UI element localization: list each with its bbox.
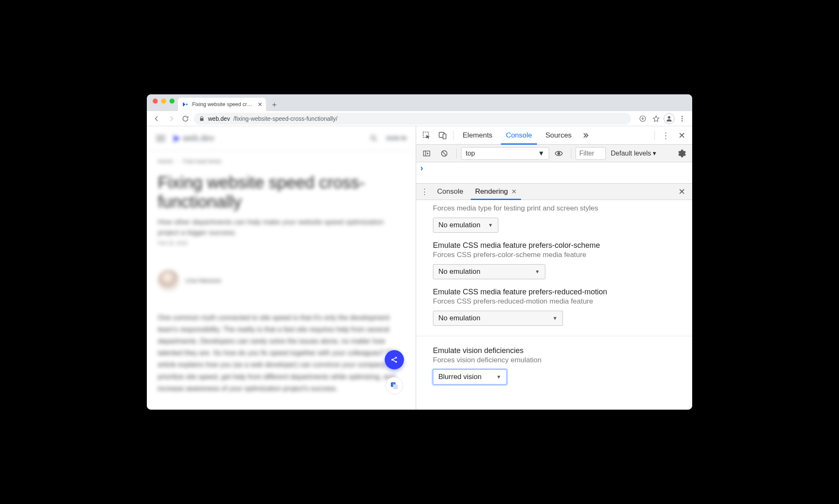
svg-rect-15	[443, 134, 446, 139]
reduced-motion-title: Emulate CSS media feature prefers-reduce…	[433, 288, 675, 296]
breadcrumb: Home › Fast load times	[158, 158, 405, 164]
tab-sources[interactable]: Sources	[539, 126, 578, 144]
drawer-close-icon[interactable]: ✕	[673, 187, 690, 197]
nav-back-button[interactable]	[151, 113, 163, 125]
nav-forward-button[interactable]	[165, 113, 177, 125]
signin-link[interactable]: SIGN IN	[386, 135, 406, 141]
svg-point-0	[186, 104, 188, 105]
toolbar-right-icons	[633, 113, 688, 125]
inspect-element-icon[interactable]	[419, 127, 435, 143]
publish-date: Feb 28, 2020	[158, 240, 405, 246]
window-minimize-icon[interactable]	[161, 99, 166, 104]
live-expression-icon[interactable]	[551, 145, 567, 161]
author-byline: Lina Hansson	[158, 270, 405, 291]
window-zoom-icon[interactable]	[169, 99, 175, 104]
chevron-down-icon: ▼	[535, 269, 540, 275]
chevron-down-icon: ▼	[552, 315, 558, 321]
window-traffic-lights	[151, 94, 178, 111]
translate-fab-button[interactable]: 文	[386, 377, 403, 395]
vision-deficiency-select[interactable]: Blurred vision ▼	[433, 369, 507, 384]
rendering-panel: Forces media type for testing print and …	[416, 200, 692, 410]
color-scheme-select[interactable]: No emulation ▼	[433, 264, 545, 279]
log-levels-select[interactable]: Default levels ▾	[607, 147, 660, 160]
workspace: ➤ web.dev SIGN IN Home › Fast load times	[147, 126, 692, 410]
bookmark-star-icon[interactable]	[650, 113, 662, 125]
execution-context-select[interactable]: top ▼	[461, 147, 549, 160]
execution-context-value: top	[466, 150, 475, 157]
share-fab-button[interactable]	[385, 350, 404, 369]
devtools-panel: Elements Console Sources ⋮ ✕	[416, 126, 692, 410]
reduced-motion-desc: Forces CSS prefers-reduced-motion media …	[433, 297, 675, 306]
profile-avatar-icon[interactable]	[664, 113, 675, 124]
page-title: Fixing website speed cross-functionally	[158, 173, 405, 211]
section-reduced-motion: Emulate CSS media feature prefers-reduce…	[416, 285, 692, 332]
device-toolbar-icon[interactable]	[435, 127, 451, 143]
drawer-menu-icon[interactable]: ⋮	[418, 187, 431, 196]
devtools-tabs: Elements Console Sources	[456, 126, 595, 144]
tab-favicon-icon	[182, 101, 189, 108]
reduced-motion-value: No emulation	[438, 314, 480, 322]
address-bar[interactable]: web.dev/fixing-website-speed-cross-funct…	[194, 113, 631, 125]
section-color-scheme: Emulate CSS media feature prefers-color-…	[416, 239, 692, 285]
drawer-tab-close-icon[interactable]: ✕	[511, 188, 517, 195]
console-toolbar: top ▼ Default levels ▾	[416, 145, 692, 162]
crumb-home[interactable]: Home	[158, 158, 173, 164]
svg-point-5	[682, 120, 683, 121]
url-host: web.dev	[208, 115, 230, 122]
reduced-motion-select[interactable]: No emulation ▼	[433, 311, 563, 326]
console-filter-input[interactable]	[576, 147, 606, 160]
color-scheme-title: Emulate CSS media feature prefers-color-…	[433, 241, 675, 250]
tab-close-icon[interactable]: ✕	[258, 101, 263, 108]
menu-icon[interactable]	[156, 135, 165, 141]
svg-point-3	[682, 116, 683, 117]
url-path: /fixing-website-speed-cross-functionally…	[233, 115, 337, 122]
media-type-description: Forces media type for testing print and …	[433, 204, 675, 213]
drawer-tabstrip: ⋮ Console Rendering ✕ ✕	[416, 183, 692, 200]
vision-value: Blurred vision	[438, 373, 482, 381]
media-type-value: No emulation	[438, 221, 480, 229]
drawer-tab-console-label: Console	[437, 187, 463, 196]
tab-overflow-icon[interactable]	[578, 126, 595, 144]
crumb-section[interactable]: Fast load times	[183, 158, 222, 164]
vision-desc: Forces vision deficiency emulation	[433, 356, 675, 364]
site-brand[interactable]: ➤ web.dev	[172, 132, 214, 144]
browser-toolbar: web.dev/fixing-website-speed-cross-funct…	[147, 111, 692, 126]
tab-console[interactable]: Console	[499, 126, 539, 144]
browser-tab[interactable]: Fixing website speed cross-fun ✕	[178, 98, 266, 111]
browser-tab-strip: Fixing website speed cross-fun ✕ ＋	[147, 94, 692, 111]
site-search-icon[interactable]	[368, 132, 380, 144]
svg-point-19	[558, 152, 560, 154]
site-header: ➤ web.dev SIGN IN	[147, 126, 416, 151]
media-type-select[interactable]: No emulation ▼	[433, 218, 498, 233]
drawer-tab-console[interactable]: Console	[431, 184, 469, 200]
chevron-down-icon: ▼	[488, 222, 493, 228]
devtools-menu-icon[interactable]: ⋮	[657, 130, 674, 140]
devtools-toolbar: Elements Console Sources ⋮ ✕	[416, 126, 692, 145]
chrome-menu-icon[interactable]	[676, 113, 688, 125]
nav-reload-button[interactable]	[180, 113, 191, 125]
color-scheme-desc: Forces CSS prefers-color-scheme media fe…	[433, 251, 675, 259]
console-sidebar-toggle-icon[interactable]	[419, 145, 435, 161]
clear-console-icon[interactable]	[436, 145, 452, 161]
article-body: One common myth connected to site speed …	[158, 312, 401, 394]
svg-point-6	[371, 135, 375, 140]
section-media-type: Forces media type for testing print and …	[416, 202, 692, 239]
color-scheme-value: No emulation	[438, 268, 480, 276]
console-settings-icon[interactable]	[674, 145, 690, 161]
new-tab-button[interactable]: ＋	[268, 99, 280, 110]
window-close-icon[interactable]	[153, 99, 158, 104]
chrome-window: Fixing website speed cross-fun ✕ ＋ web.d…	[147, 94, 692, 410]
install-pwa-icon[interactable]	[637, 113, 649, 125]
devtools-close-icon[interactable]: ✕	[674, 130, 690, 140]
drawer-tab-rendering-label: Rendering	[475, 187, 508, 196]
drawer-tab-rendering[interactable]: Rendering ✕	[469, 184, 522, 200]
page-subtitle: How other departments can help make your…	[158, 217, 393, 238]
chevron-right-icon: ›	[177, 158, 179, 164]
svg-point-2	[668, 116, 670, 119]
console-output[interactable]: ›	[416, 162, 692, 183]
tab-elements[interactable]: Elements	[456, 126, 499, 144]
tab-title: Fixing website speed cross-fun	[192, 101, 254, 107]
site-brand-text: web.dev	[183, 133, 214, 143]
author-name: Lina Hansson	[185, 277, 221, 284]
svg-point-4	[682, 118, 683, 119]
